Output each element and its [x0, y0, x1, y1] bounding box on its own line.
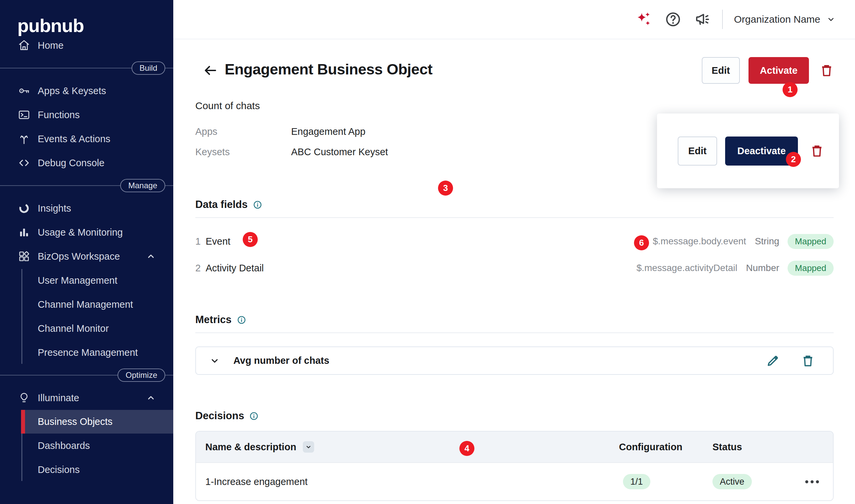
activate-button[interactable]: Activate — [748, 57, 809, 84]
sidebar-item-usage-monitoring[interactable]: Usage & Monitoring — [0, 220, 173, 244]
column-configuration-header: Configuration — [619, 442, 682, 453]
column-status-header: Status — [712, 442, 742, 453]
info-icon[interactable] — [253, 200, 262, 209]
sub-item-label: Presence Management — [38, 347, 138, 358]
header-divider — [722, 10, 723, 29]
apps-row: Apps Engagement App — [195, 126, 388, 137]
chevron-up-icon[interactable] — [146, 251, 156, 262]
sidebar-item-apps-keysets[interactable]: Apps & Keysets — [0, 79, 173, 103]
delete-icon[interactable] — [818, 62, 835, 79]
bizops-subnav: User Management Channel Management Chann… — [0, 268, 173, 364]
section-divider — [195, 332, 834, 333]
keysets-row: Keysets ABC Customer Keyset — [195, 146, 388, 158]
sidebar-item-functions[interactable]: Functions — [0, 103, 173, 127]
page-title: Engagement Business Object — [225, 61, 432, 78]
top-header: Organization Name — [173, 0, 855, 39]
sidebar-item-events-actions[interactable]: Events & Actions — [0, 127, 173, 151]
terminal-icon — [17, 108, 31, 122]
business-object-overview: Count of chats Apps Engagement App Keyse… — [195, 100, 388, 167]
sidebar-item-bizops-workspace[interactable]: BizOps Workspace — [0, 244, 173, 268]
manage-section-pill: Manage — [120, 179, 165, 192]
data-fields-title: Data fields — [195, 199, 248, 211]
decisions-table: Name & description Configuration Status … — [195, 431, 834, 501]
sort-toggle-button[interactable] — [303, 441, 314, 453]
data-field-row: 1 Event $.message.body.event String Mapp… — [195, 228, 834, 255]
sidebar-item-label: Usage & Monitoring — [38, 227, 123, 238]
sidebar-item-label: Debug Console — [38, 158, 105, 168]
annotation-badge-2: 2 — [786, 152, 801, 167]
chevron-down-icon[interactable] — [209, 356, 220, 366]
bar-chart-icon — [17, 226, 31, 239]
chevron-up-icon[interactable] — [146, 393, 156, 403]
edit-button[interactable]: Edit — [702, 57, 740, 84]
field-path: $.message.activityDetail — [637, 263, 737, 273]
field-type: String — [755, 236, 779, 247]
apps-value: Engagement App — [291, 126, 366, 137]
sub-item-label: User Management — [38, 275, 118, 286]
column-name-header: Name & description — [205, 442, 296, 453]
sidebar-item-home[interactable]: Home — [0, 33, 173, 57]
sidebar-item-illuminate[interactable]: Illuminate — [0, 386, 173, 410]
decisions-table-header: Name & description Configuration Status — [196, 432, 833, 462]
annotation-badge-6: 6 — [634, 235, 649, 250]
data-fields-section: Data fields 1 Event $.message.body.event… — [195, 199, 834, 281]
optimize-section-pill: Optimize — [118, 368, 165, 382]
organization-switcher[interactable]: Organization Name — [734, 14, 836, 25]
help-icon[interactable] — [665, 11, 681, 28]
status-badge: Active — [712, 474, 752, 489]
sub-item-label: Business Objects — [38, 416, 112, 427]
decision-row[interactable]: 1-Increase engagement 1/1 Active — [196, 462, 833, 500]
key-icon — [17, 84, 31, 97]
popover-edit-button[interactable]: Edit — [678, 137, 717, 165]
info-icon[interactable] — [237, 316, 246, 324]
sidebar-item-channel-monitor[interactable]: Channel Monitor — [0, 317, 173, 340]
sidebar-item-insights[interactable]: Insights — [0, 196, 173, 220]
pubnub-logo-text: pubnub — [17, 15, 84, 36]
keysets-label: Keysets — [195, 146, 291, 158]
row-actions-menu-icon[interactable] — [805, 480, 819, 483]
home-icon — [17, 39, 31, 52]
sidebar-item-decisions[interactable]: Decisions — [0, 457, 173, 482]
chevron-down-icon — [826, 15, 836, 24]
announcements-icon[interactable] — [694, 11, 711, 28]
field-index: 2 — [195, 263, 202, 274]
sidebar-item-debug-console[interactable]: Debug Console — [0, 151, 173, 175]
annotation-badge-3: 3 — [438, 181, 453, 196]
active-state-popover: Edit Deactivate 2 — [657, 113, 839, 188]
build-section-pill: Build — [131, 61, 165, 75]
section-divider — [195, 217, 834, 218]
sidebar-item-presence-management[interactable]: Presence Management — [0, 340, 173, 364]
delete-metric-icon[interactable] — [800, 353, 816, 369]
data-field-row: 2 Activity Detail $.message.activityDeta… — [195, 255, 834, 281]
info-icon[interactable] — [249, 412, 259, 420]
sparkles-icon[interactable] — [635, 11, 652, 28]
edit-metric-pencil-icon[interactable] — [765, 353, 781, 369]
mapped-badge: Mapped — [787, 261, 834, 276]
sidebar-item-channel-management[interactable]: Channel Management — [0, 292, 173, 317]
main-content: Organization Name Engagement Business Ob… — [173, 0, 855, 504]
build-section-divider: Build — [0, 68, 173, 68]
sub-item-label: Channel Monitor — [38, 323, 109, 334]
field-type: Number — [746, 263, 779, 273]
sidebar-item-label: Illuminate — [38, 393, 79, 403]
annotation-badge-4: 4 — [459, 441, 475, 456]
metrics-title: Metrics — [195, 314, 232, 326]
sub-item-label: Dashboards — [38, 440, 90, 451]
lightbulb-icon — [17, 391, 31, 404]
back-arrow-icon[interactable] — [203, 63, 218, 78]
decisions-section: Decisions Name & description Configurati… — [195, 410, 834, 501]
sidebar-item-business-objects[interactable]: Business Objects — [21, 410, 173, 434]
illuminate-subnav: Business Objects Dashboards Decisions — [0, 410, 173, 482]
pubnub-logo[interactable]: pubnub — [0, 0, 173, 33]
keysets-value: ABC Customer Keyset — [291, 146, 388, 158]
sidebar-item-user-management[interactable]: User Management — [0, 268, 173, 292]
metric-item: Avg number of chats — [195, 346, 834, 375]
field-name: Event — [206, 236, 230, 247]
popover-delete-icon[interactable] — [808, 143, 825, 159]
sidebar: pubnub Home Build Apps & Keysets Functio… — [0, 0, 173, 504]
sidebar-item-label: Insights — [38, 203, 71, 214]
sidebar-item-dashboards[interactable]: Dashboards — [0, 434, 173, 457]
code-brackets-icon — [17, 156, 31, 169]
sub-item-label: Decisions — [38, 464, 80, 475]
sidebar-item-label: BizOps Workspace — [38, 251, 120, 262]
